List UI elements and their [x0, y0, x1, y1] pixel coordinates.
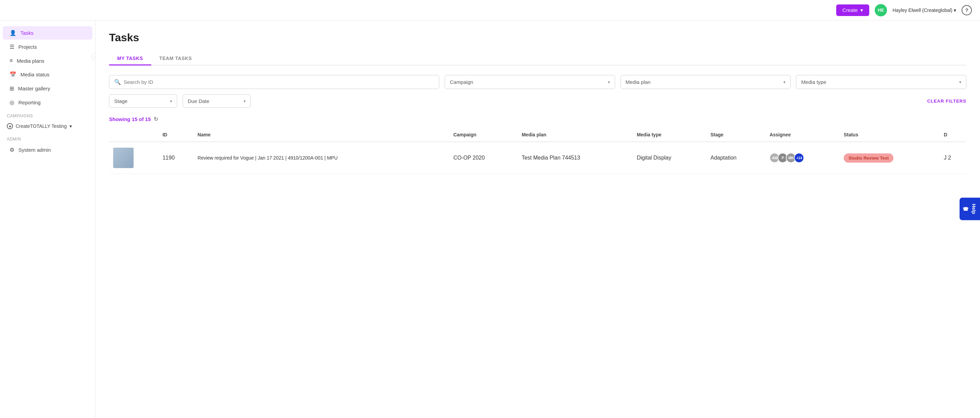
campaign-item-createtotally[interactable]: ◉ CreateTOTALLY Testing ▾: [0, 120, 95, 132]
sidebar-item-projects[interactable]: ☰ Projects: [3, 40, 92, 54]
create-button[interactable]: Create ▾: [836, 5, 869, 16]
create-label: Create: [842, 7, 858, 13]
clear-filters-button[interactable]: CLEAR FILTERS: [927, 99, 966, 104]
due-date-chevron-icon: ▾: [243, 99, 246, 104]
search-box[interactable]: 🔍: [109, 75, 439, 89]
campaign-filter[interactable]: Campaign ▾: [445, 75, 615, 89]
system-admin-icon: ⚙: [10, 147, 14, 153]
user-name-dropdown[interactable]: Hayley Elwell (Createglobal) ▾: [892, 8, 956, 13]
row-campaign-cell: CO-OP 2020: [449, 142, 518, 174]
showing-text: Showing 15 of 15: [109, 116, 151, 122]
stage-filter-label: Stage: [114, 98, 127, 104]
campaign-filter-label: Campaign: [450, 79, 473, 85]
campaign-dot-icon: ◉: [7, 123, 13, 129]
body-row: ‹ 👤 Tasks ☰ Projects ≡ Media plans 📅 Med…: [0, 21, 980, 418]
reporting-icon: ◎: [10, 99, 14, 106]
media-type-chevron-icon: ▾: [959, 80, 961, 85]
media-plan-filter-label: Media plan: [625, 79, 651, 85]
user-avatar: HE: [875, 4, 887, 16]
admin-section-label: Admin: [0, 132, 95, 143]
media-type-filter[interactable]: Media type ▾: [796, 75, 966, 89]
thumbnail-image: [113, 148, 134, 168]
col-header-media-type: Media type: [633, 128, 706, 142]
filters-row-2: Stage ▾ Due Date ▾ CLEAR FILTERS: [109, 94, 966, 108]
tasks-table: ID Name Campaign Media plan Media type S…: [109, 128, 966, 174]
sidebar-item-reporting[interactable]: ◎ Reporting: [3, 96, 92, 109]
sidebar-item-media-plans[interactable]: ≡ Media plans: [3, 54, 92, 67]
user-arrow-icon: ▾: [954, 8, 956, 13]
results-count: Showing 15 of 15 ↻: [109, 116, 966, 123]
main-content: Tasks MY TASKS TEAM TASKS 🔍 Campaign: [95, 21, 980, 418]
user-initials: HE: [878, 8, 884, 13]
campaigns-section-label: Campaigns: [0, 109, 95, 120]
media-plan-chevron-icon: ▾: [783, 80, 786, 85]
task-name[interactable]: Review required for Vogue | Jan 17 2021 …: [197, 155, 445, 162]
sidebar-item-reporting-label: Reporting: [18, 100, 41, 105]
col-header-id: ID: [158, 128, 194, 142]
sidebar: ‹ 👤 Tasks ☰ Projects ≡ Media plans 📅 Med…: [0, 21, 95, 418]
campaign-name: CreateTOTALLY Testing: [16, 123, 67, 129]
sidebar-item-projects-label: Projects: [18, 44, 37, 50]
task-id: 1190: [162, 155, 175, 161]
due-date-filter[interactable]: Due Date ▾: [183, 94, 251, 108]
task-stage: Adaptation: [711, 155, 737, 161]
task-date: J 2: [944, 155, 951, 161]
media-status-icon: 📅: [10, 71, 16, 78]
status-badge: Studio Review Test: [844, 153, 893, 163]
user-name-text: Hayley Elwell (Createglobal): [892, 8, 952, 13]
sidebar-item-system-admin[interactable]: ⚙ System admin: [3, 143, 92, 156]
help-side-button[interactable]: Help ☎: [959, 198, 980, 220]
row-id-cell: 1190: [158, 142, 194, 174]
sidebar-item-master-gallery[interactable]: ⊞ Master gallery: [3, 82, 92, 95]
media-plan-filter[interactable]: Media plan ▾: [620, 75, 791, 89]
row-status-cell: Studio Review Test: [840, 142, 940, 174]
refresh-icon[interactable]: ↻: [154, 116, 158, 123]
col-header-date: D: [940, 128, 966, 142]
campaign-chevron-icon: ▾: [608, 80, 610, 85]
row-media-type-cell: Digital Display: [633, 142, 706, 174]
row-assignee-cell: AM P MK +14: [765, 142, 839, 174]
sidebar-item-media-plans-label: Media plans: [17, 58, 44, 64]
create-arrow: ▾: [861, 7, 863, 13]
assignee-avatars: AM P MK +14: [769, 153, 835, 163]
row-media-plan-cell: Test Media Plan 744513: [518, 142, 633, 174]
sidebar-item-system-admin-label: System admin: [18, 147, 51, 153]
search-icon: 🔍: [114, 79, 121, 85]
media-type-filter-label: Media type: [801, 79, 826, 85]
projects-icon: ☰: [10, 44, 14, 50]
stage-chevron-icon: ▾: [170, 99, 172, 104]
col-header-status: Status: [840, 128, 940, 142]
search-input[interactable]: [124, 79, 434, 85]
sidebar-item-tasks-label: Tasks: [21, 30, 33, 36]
row-stage-cell: Adaptation: [706, 142, 765, 174]
task-media-type: Digital Display: [637, 155, 671, 161]
assignee-avatar-more: +14: [794, 153, 804, 163]
col-header-assignee: Assignee: [765, 128, 839, 142]
task-thumbnail: [113, 148, 134, 168]
help-question-mark: ?: [965, 7, 968, 13]
row-date-cell: J 2: [940, 142, 966, 174]
help-side-icon: ☎: [963, 206, 969, 212]
tab-my-tasks[interactable]: MY TASKS: [109, 52, 151, 65]
sidebar-item-media-status[interactable]: 📅 Media status: [3, 68, 92, 81]
sidebar-item-tasks[interactable]: 👤 Tasks: [3, 26, 92, 40]
col-header-name: Name: [194, 128, 449, 142]
page-title: Tasks: [109, 31, 966, 44]
master-gallery-icon: ⊞: [10, 85, 14, 92]
row-name-cell: Review required for Vogue | Jan 17 2021 …: [194, 142, 449, 174]
tab-team-tasks[interactable]: TEAM TASKS: [151, 52, 200, 65]
col-header-stage: Stage: [706, 128, 765, 142]
col-header-media-plan: Media plan: [518, 128, 633, 142]
help-icon[interactable]: ?: [962, 5, 972, 15]
help-side-label: Help: [971, 204, 977, 214]
sidebar-item-media-status-label: Media status: [21, 72, 49, 77]
tasks-icon: 👤: [10, 30, 16, 36]
col-header-thumbnail: [109, 128, 158, 142]
due-date-filter-label: Due Date: [188, 98, 209, 104]
task-campaign: CO-OP 2020: [453, 155, 485, 161]
media-plans-icon: ≡: [10, 57, 13, 64]
table-row: 1190 Review required for Vogue | Jan 17 …: [109, 142, 966, 174]
stage-filter[interactable]: Stage ▾: [109, 94, 177, 108]
col-header-campaign: Campaign: [449, 128, 518, 142]
tabs-bar: MY TASKS TEAM TASKS: [109, 52, 966, 65]
